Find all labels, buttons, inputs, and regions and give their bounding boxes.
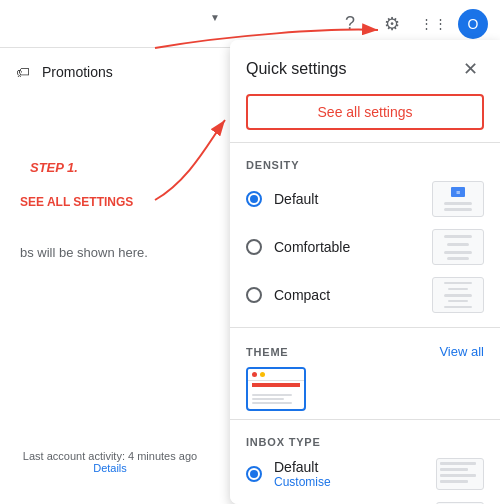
density-divider (230, 142, 500, 143)
density-compact-option[interactable]: Compact (230, 271, 500, 319)
theme-line (252, 402, 292, 404)
sidebar: 🏷 Promotions (0, 48, 200, 504)
sidebar-item-label: Promotions (42, 64, 113, 80)
inbox-customise-link[interactable]: Customise (274, 475, 424, 489)
main-background: ▼ ? ⚙ ⋮⋮ O STEP 1. SEE ALL SETTINGS bs w… (0, 0, 500, 504)
top-bar-icons: ? ⚙ ⋮⋮ O (332, 6, 488, 42)
inbox-divider (230, 419, 500, 420)
theme-accent-bar (252, 383, 300, 387)
quick-settings-close[interactable]: ✕ (457, 56, 484, 82)
density-compact-radio[interactable] (246, 287, 262, 303)
inbox-default-radio[interactable] (246, 466, 262, 482)
theme-line (252, 398, 284, 400)
theme-preview[interactable] (246, 367, 306, 411)
inbox-line (440, 468, 468, 471)
density-default-label: Default (274, 191, 420, 207)
inbox-default-preview (436, 458, 484, 490)
inbox-default-label: Default (274, 459, 424, 475)
preview-icon: ≡ (451, 187, 465, 197)
inbox-type-label: INBOX TYPE (230, 428, 500, 452)
density-comfortable-label: Comfortable (274, 239, 420, 255)
grid-icon: ⋮⋮ (420, 16, 448, 31)
quick-settings-header: Quick settings ✕ (230, 40, 500, 90)
apps-button[interactable]: ⋮⋮ (416, 6, 452, 42)
theme-content (248, 389, 304, 409)
theme-line (252, 394, 292, 396)
dropdown-arrow[interactable]: ▼ (210, 12, 220, 23)
inbox-important-option[interactable]: Important first ▶ (230, 496, 500, 504)
theme-dot-yellow (260, 372, 265, 377)
inbox-line (440, 480, 468, 483)
question-icon: ? (345, 13, 355, 34)
density-comfortable-option[interactable]: Comfortable (230, 223, 500, 271)
density-compact-preview (432, 277, 484, 313)
promotions-icon: 🏷 (16, 64, 30, 80)
density-compact-label: Compact (274, 287, 420, 303)
theme-dot-red (252, 372, 257, 377)
density-comfortable-preview (432, 229, 484, 265)
see-all-settings-button[interactable]: See all settings (246, 94, 484, 130)
inbox-default-option[interactable]: Default Customise (230, 452, 500, 496)
density-label: DENSITY (230, 151, 500, 175)
theme-label: THEME (246, 346, 289, 358)
theme-divider (230, 327, 500, 328)
density-comfortable-radio[interactable] (246, 239, 262, 255)
avatar[interactable]: O (458, 9, 488, 39)
help-button[interactable]: ? (332, 6, 368, 42)
quick-settings-panel: Quick settings ✕ See all settings DENSIT… (230, 40, 500, 504)
theme-row: THEME View all (230, 336, 500, 363)
gear-icon: ⚙ (384, 13, 400, 35)
settings-button[interactable]: ⚙ (374, 6, 410, 42)
inbox-default-labels: Default Customise (274, 459, 424, 489)
view-all-themes[interactable]: View all (439, 344, 484, 359)
inbox-line (440, 462, 476, 465)
inbox-line (440, 474, 476, 477)
sidebar-item-promotions[interactable]: 🏷 Promotions (0, 56, 200, 88)
density-default-preview: ≡ (432, 181, 484, 217)
density-default-option[interactable]: Default ≡ (230, 175, 500, 223)
quick-settings-title: Quick settings (246, 60, 346, 78)
density-default-radio[interactable] (246, 191, 262, 207)
theme-top-bar (248, 369, 304, 381)
